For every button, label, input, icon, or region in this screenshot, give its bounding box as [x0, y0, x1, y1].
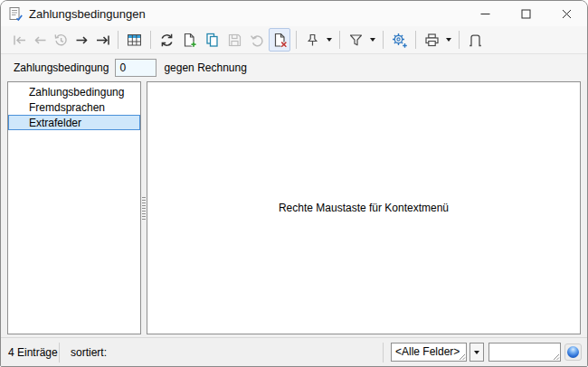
record-key-input[interactable] [115, 59, 156, 77]
record-key-label: Zahlungsbedingung [14, 61, 109, 74]
chevron-down-icon [370, 38, 375, 42]
toolbar-separator [415, 31, 416, 49]
context-menu-hint: Rechte Maustaste für Kontextmenü [279, 202, 449, 214]
record-description: gegen Rechnung [164, 61, 246, 74]
table-view-button[interactable] [123, 28, 145, 52]
first-record-button[interactable] [9, 28, 29, 52]
sidebar-item-fremdsprachen[interactable]: Fremdsprachen [8, 99, 140, 115]
search-globe-button[interactable] [564, 343, 582, 361]
print-dropdown-arrow[interactable] [443, 28, 453, 52]
close-button[interactable] [546, 2, 587, 26]
sorted-label: sortiert: [60, 346, 383, 359]
chevron-down-icon [327, 38, 332, 42]
window-title: Zahlungsbedingungen [29, 7, 465, 21]
record-header-row: Zahlungsbedingung gegen Rechnung [1, 54, 587, 80]
filter-dropdown-arrow[interactable] [367, 28, 377, 52]
title-bar[interactable]: Zahlungsbedingungen [1, 1, 587, 26]
toolbar-separator [150, 31, 151, 49]
sidebar-item-extrafelder[interactable]: Extrafelder [8, 115, 140, 130]
sidebar-item-zahlungsbedingung[interactable]: Zahlungsbedingung [8, 84, 140, 99]
minimize-button[interactable] [465, 2, 506, 26]
quick-search-input[interactable] [488, 343, 561, 362]
splitter-grip-icon [142, 197, 146, 220]
extra-fields-panel[interactable]: Rechte Maustaste für Kontextmenü [147, 81, 581, 334]
previous-record-button[interactable] [30, 28, 50, 52]
toolbar-separator [296, 31, 297, 49]
delete-record-button[interactable] [269, 28, 290, 52]
undo-button[interactable] [246, 28, 268, 52]
chevron-down-icon [446, 38, 451, 42]
toolbar-separator [459, 31, 460, 49]
chevron-down-icon [474, 351, 479, 354]
copy-record-button[interactable] [201, 28, 223, 52]
toolbar-separator [339, 31, 340, 49]
pin-menu-button[interactable] [301, 28, 323, 52]
last-record-button[interactable] [92, 28, 112, 52]
sidebar-list: Zahlungsbedingung Fremdsprachen Extrafel… [7, 81, 141, 334]
toolbar [1, 26, 587, 54]
exit-button[interactable] [464, 28, 486, 52]
content-area: Zahlungsbedingung Fremdsprachen Extrafel… [1, 80, 587, 337]
refresh-button[interactable] [156, 28, 177, 52]
statusbar-search-group: <Alle Felder> [384, 343, 587, 362]
field-filter-combobox[interactable]: <Alle Felder> [391, 343, 467, 362]
filter-menu-button[interactable] [345, 28, 366, 52]
print-menu-button[interactable] [421, 28, 442, 52]
save-record-button[interactable] [223, 28, 245, 52]
app-window: Zahlungsbedingungen [0, 0, 588, 367]
document-edit-icon [8, 6, 24, 22]
new-record-button[interactable] [178, 28, 200, 52]
entry-count: 4 Einträge [1, 346, 59, 359]
next-record-button[interactable] [71, 28, 91, 52]
maximize-button[interactable] [506, 2, 546, 26]
field-filter-dropdown-button[interactable] [469, 343, 484, 362]
history-button[interactable] [51, 28, 71, 52]
toolbar-separator [118, 31, 119, 49]
settings-add-button[interactable] [388, 28, 410, 52]
pin-dropdown-arrow[interactable] [324, 28, 334, 52]
toolbar-separator [383, 31, 384, 49]
status-bar: 4 Einträge sortiert: <Alle Felder> [1, 337, 587, 366]
globe-icon [567, 346, 579, 358]
